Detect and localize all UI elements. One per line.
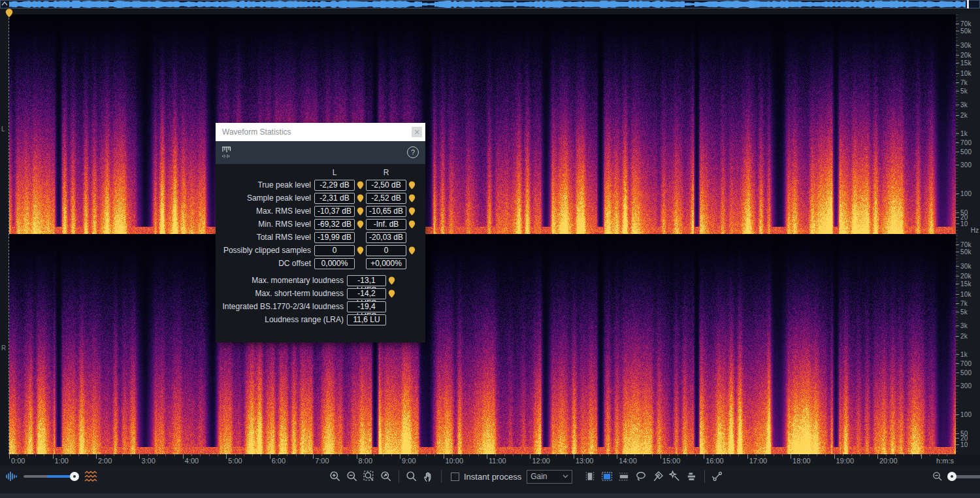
time-tick-minor: [296, 454, 297, 456]
process-dropdown-value: Gain: [531, 472, 547, 481]
instant-process-checkbox[interactable]: [451, 473, 459, 481]
waveform-spectrogram-blend-slider[interactable]: [24, 468, 78, 485]
zoom-out-icon[interactable]: [344, 468, 361, 485]
time-tick-minor: [339, 454, 340, 456]
time-tick: [400, 454, 400, 459]
time-tick-minor: [600, 454, 600, 456]
zoom-last-icon[interactable]: [378, 468, 395, 485]
time-tick-minor: [148, 454, 149, 456]
loudness-value: 11,6 LU: [347, 314, 386, 325]
stat-label: True peak level: [216, 180, 311, 190]
blend-slider-knob[interactable]: [70, 472, 79, 481]
chevron-down-icon: [563, 474, 568, 478]
time-tick-label: 12:00: [532, 457, 550, 465]
dialog-title-bar[interactable]: Waveform Statistics ✕: [216, 123, 425, 141]
time-tick-minor: [174, 454, 175, 456]
time-ruler[interactable]: 0:001:002:003:004:005:006:007:008:009:00…: [0, 454, 980, 466]
time-tick: [357, 454, 357, 459]
time-tick-label: 19:00: [836, 457, 855, 465]
time-tick-label: 6:00: [272, 457, 286, 465]
marker-pin-icon[interactable]: [408, 181, 416, 190]
zoom-in-icon[interactable]: [327, 468, 344, 485]
time-tick-minor: [287, 454, 287, 456]
stat-value-left: -10,37 dB: [314, 206, 355, 217]
toolbar-separator: [399, 470, 399, 483]
dialog-body: L R True peak level-2,29 dB-2,50 dBSampl…: [216, 164, 425, 342]
marker-pin-icon[interactable]: [388, 290, 395, 298]
stat-label: Max. RMS level: [216, 207, 311, 216]
marker-pin-icon[interactable]: [408, 220, 416, 229]
marker-pin-icon[interactable]: [357, 207, 364, 216]
brush-icon[interactable]: [649, 468, 666, 485]
marker-pin-icon[interactable]: [388, 276, 395, 285]
frequency-axis[interactable]: 70k50k30k20k15k10k7k5k3k2k1k700500300100…: [956, 14, 980, 454]
time-tick-minor: [391, 454, 392, 456]
time-tick-minor: [930, 454, 930, 456]
frequency-selection-icon[interactable]: [615, 468, 632, 485]
vertex-tool-icon[interactable]: [709, 468, 726, 485]
marker-pin-icon[interactable]: [357, 246, 364, 255]
help-icon[interactable]: ?: [407, 146, 419, 158]
time-tick: [877, 454, 878, 459]
stat-row: Sample peak level-2,31 dB-2,52 dB: [216, 191, 425, 205]
time-tick: [444, 454, 444, 459]
magnifier-icon[interactable]: [403, 468, 420, 485]
loudness-row: Integrated BS.1770-2/3/4 loudness-19,4 L…: [216, 300, 425, 313]
time-tick-label: 17:00: [749, 457, 768, 465]
time-tick-minor: [452, 454, 453, 456]
marker-pin-icon[interactable]: [408, 207, 416, 216]
vertical-zoom-slider[interactable]: [946, 468, 980, 485]
time-tick-minor: [782, 454, 783, 456]
frequency-axis-channel[interactable]: 70k50k30k20k15k10k7k5k3k2k1k700500300100…: [956, 14, 980, 235]
time-tick-label: 13:00: [576, 457, 594, 465]
time-tick-minor: [895, 454, 896, 456]
time-marker-pin[interactable]: [5, 8, 13, 18]
time-tick-minor: [304, 454, 305, 456]
marker-pin-icon[interactable]: [408, 194, 416, 203]
hand-icon[interactable]: [420, 468, 437, 485]
marker-pin-icon[interactable]: [357, 220, 364, 229]
overview-selection-handle[interactable]: [967, 0, 969, 8]
time-tick-minor: [105, 454, 105, 456]
zoom-selection-icon[interactable]: [361, 468, 378, 485]
time-tick-minor: [626, 454, 627, 456]
time-tick-label: 14:00: [619, 457, 637, 465]
stat-label: Sample peak level: [216, 193, 311, 203]
channel-strip: L R: [0, 9, 9, 454]
marker-pin-icon[interactable]: [408, 246, 416, 255]
time-selection-icon[interactable]: [581, 468, 598, 485]
time-tick-minor: [643, 454, 644, 456]
overview-waveform-canvas[interactable]: [0, 0, 980, 8]
spectrogram-canvas[interactable]: [9, 14, 956, 454]
levels-bars-icon[interactable]: [683, 468, 700, 485]
frequency-axis-channel[interactable]: 70k50k30k20k15k10k7k5k3k2k1k700500300100…: [956, 235, 980, 454]
time-tick-minor: [383, 454, 384, 456]
time-tick-label: 0:00: [11, 457, 25, 465]
stat-value-right: -20,03 dB: [366, 232, 406, 243]
time-frequency-selection-icon[interactable]: [598, 468, 615, 485]
vertical-zoom-knob[interactable]: [947, 472, 956, 481]
time-tick: [183, 454, 184, 459]
chevron-up-icon[interactable]: [1, 0, 8, 7]
close-icon[interactable]: ✕: [412, 127, 422, 137]
marker-pin-icon[interactable]: [357, 194, 364, 203]
zoom-out-icon[interactable]: [929, 468, 946, 485]
time-tick: [791, 454, 791, 459]
waveform-icon[interactable]: [3, 468, 20, 485]
magic-wand-icon[interactable]: [666, 468, 683, 485]
time-tick-minor: [817, 454, 817, 456]
time-tick-minor: [478, 454, 479, 456]
time-tick-minor: [78, 454, 79, 456]
waveform-overview[interactable]: [0, 0, 980, 8]
time-tick-label: 7:00: [315, 457, 329, 465]
bottom-toolbar: Instant process Gain: [0, 466, 980, 493]
lasso-icon[interactable]: [632, 468, 649, 485]
time-tick: [53, 454, 54, 459]
time-tick-minor: [278, 454, 279, 456]
spectrogram-icon[interactable]: [82, 468, 99, 485]
time-tick-minor: [591, 454, 591, 456]
playhead-line: [8, 14, 9, 454]
stat-value-left: -19,99 dB: [314, 232, 355, 243]
marker-pin-icon[interactable]: [357, 181, 364, 190]
process-dropdown[interactable]: Gain: [527, 470, 572, 484]
